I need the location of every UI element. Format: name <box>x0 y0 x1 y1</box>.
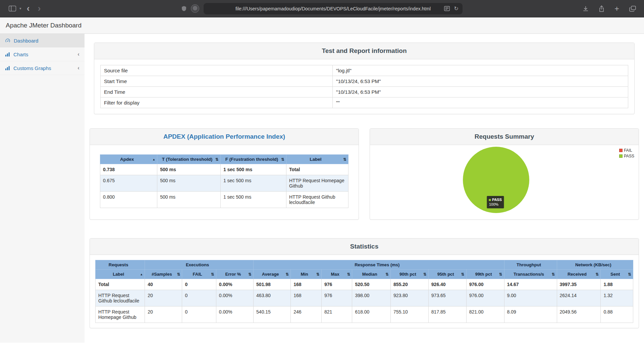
stat-cell: 3997.35 <box>557 279 601 290</box>
stats-sort-header[interactable]: 95th pct⇅ <box>428 270 466 279</box>
sidebar: Dashboard Charts ‹ Customs Graphs ‹ <box>0 34 85 343</box>
stats-sort-header[interactable]: Received⇅ <box>557 270 601 279</box>
stats-sort-header[interactable]: Max⇅ <box>321 270 352 279</box>
apdex-cell: 500 ms <box>157 175 221 192</box>
stat-cell: 463.80 <box>254 290 291 306</box>
stat-cell: 976.00 <box>466 279 504 290</box>
table-row: Source file "log.jtl" <box>101 65 628 76</box>
back-button[interactable]: ‹ <box>23 4 33 13</box>
share-icon[interactable] <box>599 5 604 12</box>
table-row: Filter for display "" <box>101 97 628 108</box>
reader-icon[interactable] <box>444 6 450 11</box>
stats-group-header-row: Requests Executions Response Times (ms) … <box>96 260 633 270</box>
stats-sort-header[interactable]: #Samples⇅ <box>145 270 182 279</box>
statistics-panel: Statistics Requests Executions Response … <box>90 238 639 328</box>
stats-row-total: Total 40 0 0.00% 501.98 168 976 520.50 8… <box>96 279 633 290</box>
sort-asc-icon: ▲ <box>152 158 155 161</box>
stats-sort-header[interactable]: Sent⇅ <box>601 270 633 279</box>
stat-cell: 246 <box>291 306 322 323</box>
page-title: Apache JMeter Dashboard <box>6 22 82 29</box>
apdex-row: 0.800 500 ms 1 sec 500 ms HTTP Request G… <box>100 192 348 208</box>
privacy-shield-icon[interactable] <box>181 6 186 11</box>
stats-sort-header[interactable]: 99th pct⇅ <box>466 270 504 279</box>
pass-swatch-icon <box>619 154 623 158</box>
apdex-cell: 500 ms <box>157 164 221 175</box>
test-info-title: Test and Report information <box>94 43 634 59</box>
stat-cell: 817.85 <box>428 306 466 323</box>
sort-icon: ⇅ <box>215 157 219 162</box>
forward-button[interactable]: › <box>35 4 44 13</box>
info-label: End Time <box>101 87 333 97</box>
page-header: Apache JMeter Dashboard <box>0 17 644 34</box>
stats-sort-header[interactable]: Transactions/s⇅ <box>504 270 557 279</box>
apdex-sort-header[interactable]: T (Toleration threshold) ⇅ <box>157 155 221 164</box>
sort-icon: ⇅ <box>551 272 555 277</box>
dashboard-gauge-icon <box>5 38 10 43</box>
stat-cell: 855.20 <box>390 279 428 290</box>
bar-chart-icon <box>5 66 10 71</box>
stat-cell: 755.10 <box>390 306 428 323</box>
info-value: "log.jtl" <box>333 65 628 76</box>
tab-overview-icon[interactable] <box>629 6 636 12</box>
stat-cell: 821 <box>321 306 352 323</box>
stat-cell: 40 <box>145 279 182 290</box>
sort-icon: ⇅ <box>177 272 180 277</box>
apdex-sort-header[interactable]: F (Frustration threshold) ⇅ <box>220 155 286 164</box>
stats-sort-header[interactable]: 90th pct⇅ <box>390 270 428 279</box>
legend-item-fail[interactable]: FAIL <box>619 148 634 153</box>
stat-cell: 0 <box>182 279 216 290</box>
address-bar[interactable]: file:///Users/papemamadoudiop/Documents/… <box>204 3 463 14</box>
legend-item-pass[interactable]: PASS <box>619 154 634 158</box>
stat-cell: 2049.56 <box>557 306 601 323</box>
stats-sort-header[interactable]: Median⇅ <box>352 270 391 279</box>
stat-cell: Total <box>96 279 145 290</box>
sidebar-item-label: Dashboard <box>14 38 38 44</box>
sidebar-menu-chevron-icon[interactable]: ▾ <box>19 6 22 11</box>
reload-icon[interactable]: ↻ <box>454 5 459 12</box>
stats-group-response-times: Response Times (ms) <box>254 260 504 270</box>
sort-icon: ⇅ <box>316 272 320 277</box>
stat-cell: 168 <box>291 279 322 290</box>
requests-summary-panel: Requests Summary FAIL PASS <box>370 128 639 220</box>
stats-sort-header[interactable]: Label▲ <box>96 270 145 279</box>
stats-sort-header[interactable]: FAIL⇅ <box>182 270 216 279</box>
apdex-sort-header[interactable]: Apdex ▲ <box>100 155 157 164</box>
stats-sort-header[interactable]: Average⇅ <box>254 270 291 279</box>
sidebar-item-charts[interactable]: Charts ‹ <box>0 48 85 61</box>
stat-cell: HTTP Request Homepage Github <box>96 306 145 323</box>
new-tab-button[interactable]: + <box>614 5 619 13</box>
sidebar-toggle-button[interactable] <box>7 6 18 11</box>
sort-icon: ⇅ <box>248 272 252 277</box>
info-value: "10/13/24, 6:53 PM" <box>333 87 628 97</box>
sort-icon: ⇅ <box>461 272 465 277</box>
stat-cell: 501.98 <box>254 279 291 290</box>
downloads-icon[interactable] <box>583 6 589 12</box>
sidebar-item-customs-graphs[interactable]: Customs Graphs ‹ <box>0 61 85 75</box>
stat-cell: 976 <box>321 290 352 306</box>
stat-cell: 923.80 <box>390 290 428 306</box>
stats-sort-header[interactable]: Error %⇅ <box>216 270 253 279</box>
stats-header-row: Label▲ #Samples⇅ FAIL⇅ Error %⇅ Average⇅… <box>96 270 633 279</box>
stats-sort-header[interactable]: Min⇅ <box>291 270 322 279</box>
collapse-chevron-icon: ‹ <box>77 65 79 71</box>
requests-summary-title: Requests Summary <box>370 129 639 145</box>
stat-cell: 973.65 <box>428 290 466 306</box>
apdex-sort-header[interactable]: Label ⇅ <box>286 155 348 164</box>
apdex-title: APDEX (Application Performance Index) <box>90 129 359 145</box>
sidebar-item-label: Charts <box>13 52 28 57</box>
apdex-cell: 1 sec 500 ms <box>220 175 286 192</box>
extension-badge-icon[interactable] <box>191 4 199 13</box>
pass-swatch-icon <box>489 199 491 201</box>
sort-icon: ⇅ <box>281 157 284 162</box>
info-label: Start Time <box>101 76 333 87</box>
sidebar-panel-icon <box>9 6 16 11</box>
stats-group-network: Network (KB/sec) <box>557 260 633 270</box>
stat-cell: 976 <box>321 279 352 290</box>
stat-cell: 976.00 <box>466 290 504 306</box>
stat-cell: 14.67 <box>504 279 557 290</box>
main-content: Test and Report information Source file … <box>85 34 644 343</box>
stat-cell: 540.15 <box>254 306 291 323</box>
sidebar-item-dashboard[interactable]: Dashboard <box>0 34 85 48</box>
stat-cell: 1.88 <box>601 279 633 290</box>
test-info-table: Source file "log.jtl" Start Time "10/13/… <box>100 65 628 108</box>
